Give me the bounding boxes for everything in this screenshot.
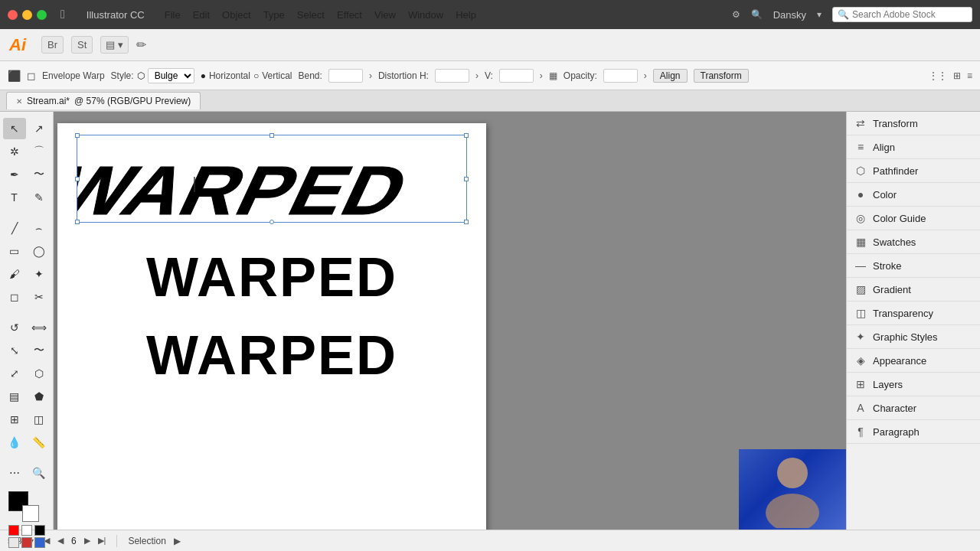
panel-align[interactable]: ≡ Align: [847, 135, 980, 159]
background-color[interactable]: [22, 505, 39, 522]
blend-tool[interactable]: ⋯: [3, 462, 26, 484]
panel-paragraph[interactable]: ¶ Paragraph: [847, 420, 980, 444]
paintbrush-tool[interactable]: 🖌: [3, 263, 26, 285]
search-icon[interactable]: 🔍: [751, 9, 763, 20]
blob-brush-tool[interactable]: ✦: [28, 263, 51, 285]
panel-transform[interactable]: ⇄ Transform: [847, 112, 980, 135]
align-btn[interactable]: Align: [653, 69, 688, 83]
minimize-button[interactable]: [22, 10, 32, 20]
panel-swatches[interactable]: ▦ Swatches: [847, 230, 980, 254]
white-swatch[interactable]: [21, 525, 32, 536]
scissors-tool[interactable]: ✂: [28, 286, 51, 308]
eyedropper-tool[interactable]: 💧: [3, 432, 26, 453]
panel-icon[interactable]: ⊞: [953, 70, 961, 81]
red-swatch[interactable]: [8, 525, 19, 536]
type-tool[interactable]: T: [3, 187, 26, 208]
menu-window[interactable]: Window: [402, 8, 449, 22]
maximize-button[interactable]: [37, 10, 47, 20]
handle-ml[interactable]: [75, 177, 80, 181]
scale-tool[interactable]: ⤡: [3, 340, 26, 361]
pen-tool[interactable]: ✒: [3, 164, 26, 185]
rotate-tool[interactable]: ↺: [3, 317, 26, 338]
selection-tool[interactable]: ↖: [3, 118, 26, 139]
handle-br[interactable]: [464, 220, 469, 224]
lasso-tool[interactable]: ⌒: [28, 141, 51, 162]
perspective-tool[interactable]: ⬟: [28, 386, 51, 407]
document-tab[interactable]: ✕ Stream.ai* @ 57% (RGB/GPU Preview): [6, 92, 201, 109]
vertical-radio[interactable]: ○: [253, 70, 259, 81]
opacity-input[interactable]: 100%: [603, 69, 638, 83]
direct-selection-tool[interactable]: ↗: [28, 118, 51, 139]
darkred-swatch[interactable]: [21, 537, 32, 548]
arc-tool[interactable]: ⌢: [28, 217, 51, 239]
status-arrow[interactable]: ▶: [174, 536, 181, 546]
width-tool[interactable]: ⤢: [3, 363, 26, 384]
touch-type-tool[interactable]: ✎: [28, 187, 51, 208]
close-button[interactable]: [8, 10, 18, 20]
reflect-tool[interactable]: ⟺: [28, 317, 51, 338]
warp-tool[interactable]: 〜: [28, 340, 51, 361]
canvas-area[interactable]: WARPED WARPED WARPED WARPED: [54, 112, 846, 530]
nav-next[interactable]: ▶: [84, 536, 90, 546]
distortion-v-input[interactable]: 25%: [499, 69, 534, 83]
handle-bl[interactable]: [75, 220, 80, 224]
search-input[interactable]: [852, 9, 967, 20]
menu-effect[interactable]: Effect: [331, 8, 368, 22]
handle-tl[interactable]: [75, 133, 80, 138]
menu-help[interactable]: Help: [449, 8, 482, 22]
menu-edit[interactable]: Edit: [187, 8, 216, 22]
nav-last[interactable]: ▶|: [98, 536, 106, 546]
bridge-icon[interactable]: Br: [41, 36, 64, 54]
shape-builder-tool[interactable]: ▤: [3, 386, 26, 407]
distortion-h-input[interactable]: -54%: [435, 69, 469, 83]
workspace-icon[interactable]: ▤ ▾: [100, 36, 129, 54]
panel-character[interactable]: A Character: [847, 396, 980, 420]
transform-btn[interactable]: Transform: [694, 69, 749, 83]
free-transform-tool[interactable]: ⬡: [28, 363, 51, 384]
panel-color-guide[interactable]: ◎ Color Guide: [847, 207, 980, 230]
settings-icon[interactable]: ⚙: [732, 9, 740, 20]
line-tool[interactable]: ╱: [3, 217, 26, 239]
panel-stroke[interactable]: — Stroke: [847, 254, 980, 278]
opacity-arrow[interactable]: ›: [644, 70, 647, 81]
menu-select[interactable]: Select: [291, 8, 331, 22]
handle-tr[interactable]: [464, 133, 469, 138]
gradient-tool[interactable]: ◫: [28, 409, 51, 430]
menu-view[interactable]: View: [368, 8, 402, 22]
zoom-tool[interactable]: 🔍: [28, 462, 51, 484]
handle-tm[interactable]: [270, 133, 274, 138]
dropdown-icon[interactable]: ▾: [817, 9, 822, 20]
more-icon[interactable]: ⋮⋮: [929, 70, 947, 81]
menu-file[interactable]: File: [158, 8, 187, 22]
eraser-tool[interactable]: ◻: [3, 286, 26, 308]
blue-swatch[interactable]: [34, 537, 45, 548]
handle-bm[interactable]: [270, 220, 274, 224]
bend-arrow[interactable]: ›: [369, 70, 372, 81]
black-swatch[interactable]: [34, 525, 45, 536]
tab-close-btn[interactable]: ✕: [16, 97, 22, 106]
handle-mr[interactable]: [464, 177, 469, 181]
panel-layers[interactable]: ⊞ Layers: [847, 373, 980, 396]
panel-appearance[interactable]: ◈ Appearance: [847, 349, 980, 373]
ellipse-tool[interactable]: ◯: [28, 240, 51, 262]
mesh-tool[interactable]: ⊞: [3, 409, 26, 430]
curvature-tool[interactable]: 〜: [28, 164, 51, 185]
horizontal-radio[interactable]: ●: [201, 70, 206, 81]
panel-color[interactable]: ● Color: [847, 183, 980, 207]
bend-input[interactable]: -2%: [328, 69, 363, 83]
search-box[interactable]: 🔍: [832, 7, 972, 22]
envelope-warp-box[interactable]: WARPED WARPED: [77, 135, 467, 223]
style-select[interactable]: Bulge: [148, 68, 194, 83]
gray-swatch[interactable]: [8, 537, 19, 548]
stock-icon[interactable]: St: [71, 36, 93, 54]
panel-graphic-styles[interactable]: ✦ Graphic Styles: [847, 325, 980, 349]
menu-icon-right[interactable]: ≡: [967, 70, 972, 81]
pen-icon[interactable]: ✏: [136, 37, 146, 52]
nav-prev[interactable]: ◀: [57, 536, 64, 546]
dist-arrow[interactable]: ›: [475, 70, 479, 81]
menu-type[interactable]: Type: [257, 8, 291, 22]
menu-object[interactable]: Object: [216, 8, 257, 22]
magic-wand-tool[interactable]: ✲: [3, 141, 26, 162]
panel-transparency[interactable]: ◫ Transparency: [847, 302, 980, 325]
panel-pathfinder[interactable]: ⬡ Pathfinder: [847, 159, 980, 183]
